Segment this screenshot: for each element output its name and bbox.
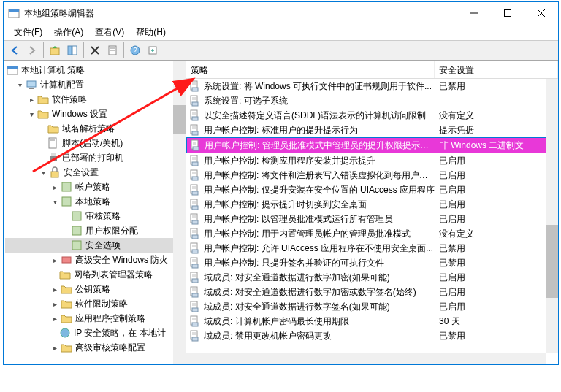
policy-row[interactable]: 用户帐户控制: 将文件和注册表写入错误虚拟化到每用户位置已启用 bbox=[186, 168, 558, 182]
policy-setting: 已启用 bbox=[435, 286, 558, 299]
column-security[interactable]: 安全设置 bbox=[435, 61, 558, 78]
svg-rect-21 bbox=[49, 138, 56, 148]
tree-scripts[interactable]: 脚本(启动/关机) bbox=[5, 136, 184, 150]
policy-row[interactable]: 系统设置: 将 Windows 可执行文件中的证书规则用于软件...已禁用 bbox=[186, 79, 558, 93]
menu-view[interactable]: 查看(V) bbox=[89, 25, 130, 40]
policy-row[interactable]: 域成员: 对安全通道数据进行数字加密(如果可能)已启用 bbox=[186, 270, 558, 285]
column-policy[interactable]: 策略 bbox=[186, 61, 435, 78]
policy-setting: 非 Windows 二进制文 bbox=[435, 139, 557, 152]
list-hscrollbar[interactable] bbox=[186, 353, 546, 364]
svg-rect-90 bbox=[192, 293, 198, 297]
svg-text:?: ? bbox=[133, 47, 137, 55]
svg-rect-30 bbox=[72, 241, 81, 250]
svg-rect-102 bbox=[192, 337, 198, 341]
policy-row[interactable]: 域成员: 对安全通道数据进行数字签名(如果可能)已启用 bbox=[186, 299, 558, 314]
policy-icon bbox=[189, 109, 201, 121]
policy-name: 域成员: 对安全通道数据进行数字加密或数字签名(始终) bbox=[204, 286, 435, 299]
help-button[interactable]: ? bbox=[127, 42, 143, 58]
policy-icon bbox=[189, 330, 201, 342]
export-button[interactable] bbox=[145, 42, 161, 58]
tree-computer-config[interactable]: ▾计算机配置 bbox=[5, 77, 184, 92]
tree-software-restriction[interactable]: ▸软件限制策略 bbox=[5, 296, 184, 311]
policy-name: 用户帐户控制: 仅提升安装在安全位置的 UIAccess 应用程序 bbox=[204, 184, 435, 196]
window-controls bbox=[457, 2, 558, 24]
menu-help[interactable]: 帮助(H) bbox=[130, 25, 172, 40]
separator bbox=[43, 42, 44, 58]
policy-row[interactable]: 用户帐户控制: 允许 UIAccess 应用程序在不使用安全桌面...已禁用 bbox=[186, 241, 558, 255]
policy-row[interactable]: 域成员: 对安全通道数据进行数字加密或数字签名(始终)已启用 bbox=[186, 285, 558, 299]
list-vscrollbar[interactable] bbox=[546, 79, 558, 353]
tree-name-resolution[interactable]: 域名解析策略 bbox=[5, 121, 184, 136]
tree-windows-settings[interactable]: ▾Windows 设置 bbox=[5, 107, 184, 121]
tree-audit-policy[interactable]: 审核策略 bbox=[5, 209, 184, 223]
svg-rect-18 bbox=[7, 66, 18, 69]
policy-name: 用户帐户控制: 检测应用程序安装并提示提升 bbox=[204, 155, 435, 167]
tree: 本地计算机 策略 ▾计算机配置 ▸软件策略 ▾Windows 设置 域名解析策略… bbox=[4, 61, 186, 364]
svg-rect-70 bbox=[192, 220, 198, 224]
tree-advanced-audit[interactable]: ▸高级审核策略配置 bbox=[5, 340, 184, 355]
tree-firewall[interactable]: ▸高级安全 Windows 防火 bbox=[5, 253, 184, 267]
policy-row[interactable]: 系统设置: 可选子系统 bbox=[186, 93, 558, 108]
policy-name: 用户帐户控制: 只提升签名并验证的可执行文件 bbox=[204, 257, 435, 269]
tree-deployed-printers[interactable]: 已部署的打印机 bbox=[5, 150, 184, 165]
svg-rect-82 bbox=[192, 264, 198, 268]
show-hide-tree-button[interactable] bbox=[64, 42, 80, 58]
tree-root[interactable]: 本地计算机 策略 bbox=[5, 63, 184, 77]
policy-setting: 已启用 bbox=[435, 199, 558, 211]
back-button[interactable] bbox=[7, 42, 23, 58]
tree-public-key[interactable]: ▸公钥策略 bbox=[5, 282, 184, 296]
svg-rect-74 bbox=[192, 235, 198, 239]
policy-row[interactable]: 域成员: 计算机帐户密码最长使用期限30 天 bbox=[186, 314, 558, 328]
policy-row[interactable]: 用户帐户控制: 用于内置管理员帐户的管理员批准模式没有定义 bbox=[186, 226, 558, 241]
tree-app-control[interactable]: ▸应用程序控制策略 bbox=[5, 311, 184, 326]
policy-icon bbox=[189, 242, 201, 254]
policy-icon bbox=[189, 95, 201, 107]
policy-row[interactable]: 用户帐户控制: 检测应用程序安装并提示提升已启用 bbox=[186, 153, 558, 168]
svg-rect-8 bbox=[72, 46, 77, 55]
tree-pane[interactable]: 本地计算机 策略 ▾计算机配置 ▸软件策略 ▾Windows 设置 域名解析策略… bbox=[4, 61, 186, 364]
policy-row[interactable]: 用户帐户控制: 提示提升时切换到安全桌面已启用 bbox=[186, 197, 558, 212]
policy-name: 域成员: 对安全通道数据进行数字加密(如果可能) bbox=[204, 272, 435, 284]
policy-setting: 30 天 bbox=[435, 315, 558, 328]
policy-row[interactable]: 用户帐户控制: 管理员批准模式中管理员的提升权限提示的...非 Windows … bbox=[186, 137, 558, 153]
forward-button[interactable] bbox=[24, 42, 40, 58]
policy-row[interactable]: 用户帐户控制: 标准用户的提升提示行为提示凭据 bbox=[186, 123, 558, 137]
tree-account-policies[interactable]: ▸帐户策略 bbox=[5, 180, 184, 194]
delete-button[interactable] bbox=[87, 42, 103, 58]
tree-security-settings[interactable]: ▾安全设置 bbox=[5, 165, 184, 180]
list-pane: 策略 安全设置 系统设置: 将 Windows 可执行文件中的证书规则用于软件.… bbox=[186, 61, 558, 364]
main-window: 本地组策略编辑器 文件(F) 操作(A) 查看(V) 帮助(H) ? 本地计算机… bbox=[3, 1, 559, 365]
tree-user-rights[interactable]: 用户权限分配 bbox=[5, 223, 184, 238]
policy-row[interactable]: 用户帐户控制: 仅提升安装在安全位置的 UIAccess 应用程序已启用 bbox=[186, 182, 558, 197]
menubar: 文件(F) 操作(A) 查看(V) 帮助(H) bbox=[4, 24, 558, 40]
policy-setting: 已禁用 bbox=[435, 242, 558, 255]
tree-ip-security[interactable]: IP 安全策略，在 本地计 bbox=[5, 326, 184, 340]
policy-row[interactable]: 用户帐户控制: 只提升签名并验证的可执行文件已禁用 bbox=[186, 255, 558, 270]
policy-icon bbox=[189, 213, 201, 225]
tree-software-settings[interactable]: ▸软件策略 bbox=[5, 92, 184, 107]
svg-rect-42 bbox=[192, 117, 198, 120]
up-button[interactable] bbox=[47, 42, 63, 58]
menu-file[interactable]: 文件(F) bbox=[8, 25, 48, 40]
menu-action[interactable]: 操作(A) bbox=[48, 25, 89, 40]
svg-rect-26 bbox=[62, 182, 71, 191]
tree-network-list[interactable]: 网络列表管理器策略 bbox=[5, 267, 184, 282]
policy-setting: 已禁用 bbox=[435, 330, 558, 342]
minimize-button[interactable] bbox=[457, 2, 491, 24]
list-body[interactable]: 系统设置: 将 Windows 可执行文件中的证书规则用于软件...已禁用系统设… bbox=[186, 79, 558, 343]
tree-scrollbar[interactable] bbox=[173, 61, 186, 364]
properties-button[interactable] bbox=[104, 42, 121, 58]
svg-rect-54 bbox=[192, 162, 198, 166]
close-button[interactable] bbox=[524, 2, 558, 24]
maximize-button[interactable] bbox=[491, 2, 524, 24]
tree-security-options[interactable]: 安全选项 bbox=[5, 238, 184, 253]
policy-setting: 已启用 bbox=[435, 155, 558, 167]
policy-icon bbox=[189, 184, 201, 196]
separator bbox=[83, 42, 84, 58]
separator bbox=[123, 42, 124, 58]
tree-local-policies[interactable]: ▾本地策略 bbox=[5, 194, 184, 209]
policy-row[interactable]: 以安全描述符定义语言(SDDL)语法表示的计算机访问限制没有定义 bbox=[186, 108, 558, 123]
policy-row[interactable]: 用户帐户控制: 以管理员批准模式运行所有管理员已启用 bbox=[186, 212, 558, 226]
policy-row[interactable]: 域成员: 禁用更改机帐户密码更改已禁用 bbox=[186, 328, 558, 343]
policy-name: 用户帐户控制: 以管理员批准模式运行所有管理员 bbox=[204, 213, 435, 226]
